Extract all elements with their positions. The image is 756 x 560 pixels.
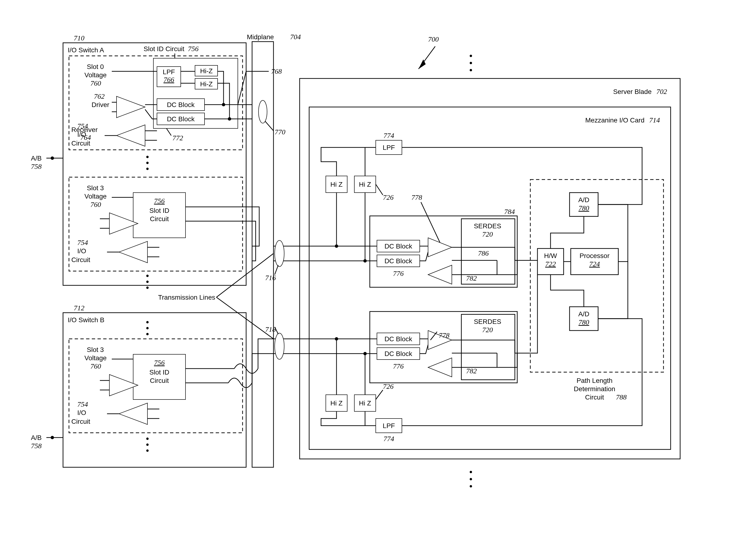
iosw-a-label: I/O Switch A xyxy=(68,46,104,54)
server-blade-ref: 702 xyxy=(656,87,667,95)
slot0-lpf-ref: 766 xyxy=(164,76,174,83)
tl-716-ref: 716 xyxy=(265,274,276,282)
serdes-top-label: SERDES xyxy=(474,222,501,230)
server-blade-label: Server Blade xyxy=(613,88,652,95)
slot0-volt-ref: 760 xyxy=(91,79,101,87)
dcblock-bot-ref: 776 xyxy=(393,362,404,370)
iocirc-3b-l1: I/O xyxy=(77,409,86,416)
iocirc-a-l1: I/O xyxy=(77,131,86,138)
svg-point-6 xyxy=(363,352,367,355)
svg-point-0 xyxy=(470,55,472,57)
tl-718-ref: 718 xyxy=(265,325,276,333)
serdes-bot-tx-ref: 782 xyxy=(466,367,477,375)
slot3b-sic-l1: Slot ID xyxy=(150,368,169,376)
slot0-hiz-b-label: Hi-Z xyxy=(200,80,213,88)
svg-point-8 xyxy=(470,478,472,480)
slot0-volt-l1: Slot 0 xyxy=(87,63,104,71)
lpf-top-ref: 774 xyxy=(383,132,394,139)
tl-716-oval xyxy=(275,240,284,266)
slot0-dc-b-label: DC Block xyxy=(167,115,195,123)
ad-bot-label: A/D xyxy=(578,310,590,318)
serdes-top-tx-ref: 782 xyxy=(466,274,477,282)
midplane-ref: 704 xyxy=(290,33,301,41)
serdes-bot-ref: 720 xyxy=(482,326,493,334)
svg-point-2 xyxy=(470,69,472,71)
ab-b-label: A/B xyxy=(31,434,42,441)
hiz-top-b-label: Hi Z xyxy=(359,181,371,188)
hw-label: H/W xyxy=(544,252,557,259)
svg-point-10 xyxy=(222,103,225,106)
slot0-sic-label: Slot ID Circuit xyxy=(144,45,184,53)
hiz-bot-a-label: Hi Z xyxy=(330,399,342,407)
ab-b-ref: 758 xyxy=(31,442,42,450)
dcblock-top-b-label: DC Block xyxy=(384,257,413,265)
slot3a-volt-l2: Voltage xyxy=(84,193,106,200)
iosw-a-top-ref: 710 xyxy=(74,34,84,42)
slot0-lpf-label: LPF xyxy=(163,68,175,76)
svg-point-19 xyxy=(146,321,148,323)
processor-label: Processor xyxy=(580,252,610,259)
slot3a-sic-l2: Circuit xyxy=(150,215,169,223)
svg-point-25 xyxy=(51,436,54,439)
slot0-volt-l2: Voltage xyxy=(84,71,106,79)
midplane-label: Midplane xyxy=(247,33,274,41)
svg-point-9 xyxy=(470,485,472,487)
iocirc-a-ref: 754 xyxy=(77,122,88,130)
svg-point-13 xyxy=(146,162,148,164)
hiz-top-ref: 726 xyxy=(383,193,394,201)
driver-ref: 762 xyxy=(94,92,105,100)
svg-point-4 xyxy=(363,259,367,262)
slot3b-volt-l2: Voltage xyxy=(84,354,106,362)
ab-a-label: A/B xyxy=(31,155,42,162)
hiz-bot-ref: 726 xyxy=(383,382,394,390)
ad-bot-ref: 780 xyxy=(579,318,589,326)
path-len-l1: Path Length xyxy=(576,377,612,384)
dcblock-top-a-label: DC Block xyxy=(384,243,413,250)
slot0-dc-a-label: DC Block xyxy=(167,101,195,108)
serdes-bot-label: SERDES xyxy=(474,318,501,325)
iocirc-3b-l2: Circuit xyxy=(71,418,91,425)
lpf-bot-label: LPF xyxy=(383,422,395,429)
bot-dots xyxy=(470,471,472,487)
path-len-l3: Circuit xyxy=(585,394,604,401)
svg-point-11 xyxy=(228,117,231,121)
ad-top-ref: 780 xyxy=(579,204,589,212)
slot3a-sic-l1: Slot ID xyxy=(150,207,169,214)
svg-point-1 xyxy=(470,62,472,64)
ab-a-ref: 758 xyxy=(31,162,42,170)
lpf-top-label: LPF xyxy=(383,144,395,151)
iocirc-3a-l1: I/O xyxy=(77,247,86,255)
svg-point-14 xyxy=(146,168,148,170)
svg-point-18 xyxy=(51,157,54,160)
top-dots xyxy=(470,55,472,71)
slot3b-volt-ref: 760 xyxy=(91,362,101,370)
slot3b-volt-l1: Slot 3 xyxy=(87,346,104,353)
slot3a-sic-ref: 756 xyxy=(154,197,165,205)
serdes-top-786: 786 xyxy=(478,249,489,257)
system-ref: 700 xyxy=(428,35,439,43)
slot0-sic-ref: 756 xyxy=(188,45,199,53)
slot0-dc-ref: 772 xyxy=(173,134,183,142)
svg-point-12 xyxy=(146,156,148,158)
lpf-bot-ref: 774 xyxy=(383,435,394,442)
tl-768-ref: 768 xyxy=(271,67,282,75)
slot3b-sic-ref: 756 xyxy=(154,359,165,366)
slot3a-volt-ref: 760 xyxy=(91,200,101,208)
svg-point-5 xyxy=(335,337,338,341)
serdes-top-784: 784 xyxy=(504,207,515,216)
driver-label: Driver xyxy=(92,101,110,108)
dcblock-top-ref: 776 xyxy=(393,269,404,277)
serdes-bot-rx-ref: 778 xyxy=(439,331,450,339)
slot3b-sic-l2: Circuit xyxy=(150,377,169,384)
slot0-pair-oval xyxy=(259,100,267,123)
tl-718-oval xyxy=(275,333,284,359)
svg-point-3 xyxy=(335,244,338,248)
svg-point-20 xyxy=(146,327,148,329)
processor-ref: 724 xyxy=(589,260,600,268)
svg-point-17 xyxy=(146,286,148,289)
tl-label: Transmission Lines xyxy=(158,294,215,301)
iocirc-3a-ref: 754 xyxy=(77,239,88,246)
serdes-top-ref: 720 xyxy=(482,230,493,238)
iocirc-a-l2: Circuit xyxy=(71,140,91,147)
svg-point-22 xyxy=(146,438,148,440)
